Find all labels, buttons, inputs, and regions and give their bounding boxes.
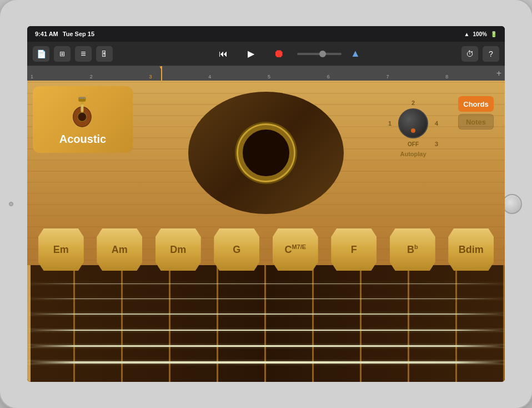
ruler-mark-7: 7 [387,74,446,79]
ruler-mark-2: 2 [90,74,149,79]
date-display: Tue Sep 15 [63,31,94,37]
chords-button[interactable]: Chords [458,96,494,112]
chord-f-button[interactable]: F [331,228,377,271]
chord-em-shape: Em [38,228,84,271]
chord-g-shape: G [214,228,259,271]
string-6-low-e [27,361,505,364]
volume-slider[interactable] [297,53,342,55]
string-3-g [27,314,505,315]
timeline-ruler: 1 2 3 4 5 6 7 8 [27,66,505,81]
ruler-mark-4: 4 [208,74,268,79]
svg-point-4 [79,97,81,99]
chord-am-button[interactable]: Am [97,228,142,271]
knob-indicator [411,128,415,133]
chord-bdim-label: Bdim [459,244,484,256]
new-song-icon: 📄 [37,49,46,58]
chord-bdim-shape: Bdim [448,228,494,271]
toolbar-center: ⏮ ▶ ⏺ ▲ [116,46,458,62]
guitar-strings [27,265,505,382]
chord-dm-shape: Dm [155,228,201,271]
status-bar: 9:41 AM Tue Sep 15 ▲ 100% 🔋 [27,26,505,42]
autoplay-label: Autoplay [400,151,426,157]
svg-point-1 [77,112,86,121]
ruler-mark-6: 6 [327,74,387,79]
home-button[interactable] [502,194,522,214]
main-content: Acoustic 2 1 [27,81,505,382]
chord-bb-button[interactable]: Bb [390,228,435,271]
string-2-b [27,298,505,299]
autoplay-pos4-label: 4 [435,120,438,127]
ruler-mark-5: 5 [268,74,327,79]
wifi-icon: ▲ [464,31,470,37]
toolbar-left: 📄 ⊞ ≡ 🎚 [33,46,113,62]
view-icon: ⊞ [59,50,65,58]
chord-dm-button[interactable]: Dm [155,228,201,271]
string-1-high-e [27,283,505,284]
battery-icon: 🔋 [490,31,497,37]
play-button[interactable]: ▶ [242,46,260,62]
autoplay-area: 2 1 4 OFF 3 Autoplay [388,97,438,157]
chord-cm7e-button[interactable]: CM7/E [273,228,318,271]
guitar-body [188,92,344,214]
new-song-button[interactable]: 📄 [33,46,49,62]
chord-f-shape: F [331,228,377,271]
metronome-icon: ▲ [350,48,360,59]
chord-bb-shape: Bb [390,228,435,271]
view-button[interactable]: ⊞ [54,46,71,62]
chord-em-button[interactable]: Em [38,228,84,271]
mixer-icon: 🎚 [101,49,108,58]
mixer-button[interactable]: 🎚 [96,46,113,62]
chords-label: Chords [463,100,489,108]
chord-cm7e-label: CM7/E [284,243,306,256]
tracks-button[interactable]: ≡ [75,46,92,62]
notes-label: Notes [466,118,486,126]
rewind-icon: ⏮ [219,49,228,59]
ipad-frame: 9:41 AM Tue Sep 15 ▲ 100% 🔋 📄 ⊞ ≡ [0,0,532,408]
autoplay-pos2-label: 2 [411,99,415,106]
chord-bb-label: Bb [407,243,418,256]
chord-bdim-button[interactable]: Bdim [448,228,494,271]
add-track-button[interactable]: + [496,68,501,78]
autoplay-off-label: OFF [408,141,419,147]
autoplay-knob[interactable] [398,108,428,138]
help-icon: ? [489,49,493,58]
record-button[interactable]: ⏺ [269,46,288,62]
help-button[interactable]: ? [483,46,499,62]
chord-g-label: G [233,244,240,256]
chord-f-label: F [351,244,357,256]
ruler-mark-1: 1 [31,74,90,79]
toolbar-right: ⏱ ? [461,46,499,62]
chord-cm7e-shape: CM7/E [273,228,318,271]
record-icon: ⏺ [273,47,284,60]
fretboard[interactable] [27,265,505,382]
notes-button[interactable]: Notes [458,114,494,130]
toolbar: 📄 ⊞ ≡ 🎚 ⏮ ▶ ⏺ [27,42,505,66]
chord-am-shape: Am [97,228,142,271]
chord-dm-label: Dm [170,244,186,256]
chord-am-label: Am [112,244,128,256]
soundhole [238,125,294,181]
autoplay-pos1-label: 1 [388,120,392,127]
svg-point-6 [83,97,85,99]
string-5-a [27,345,505,347]
time-display: 9:41 AM [35,31,58,37]
guitar-body-shape [188,92,344,214]
chord-em-label: Em [53,244,69,256]
instrument-name: Acoustic [59,133,106,146]
play-icon: ▶ [248,48,254,59]
rewind-button[interactable]: ⏮ [214,46,233,62]
chord-g-button[interactable]: G [214,228,259,271]
status-right: ▲ 100% 🔋 [464,31,497,37]
volume-thumb [319,51,326,57]
side-button[interactable] [9,202,13,206]
guitar-icon [65,93,101,130]
status-left: 9:41 AM Tue Sep 15 [35,31,94,37]
autoplay-pos3-label: 3 [435,141,438,147]
chords-row: Em Am Dm G [27,228,505,271]
settings-button[interactable]: ⏱ [461,46,478,62]
instrument-panel[interactable]: Acoustic [33,86,133,153]
tracks-icon: ≡ [81,49,86,59]
ruler-mark-3: 3 [149,74,209,79]
metronome-button[interactable]: ▲ [350,48,360,59]
timeline: 1 2 3 4 5 6 7 8 + [27,66,505,81]
